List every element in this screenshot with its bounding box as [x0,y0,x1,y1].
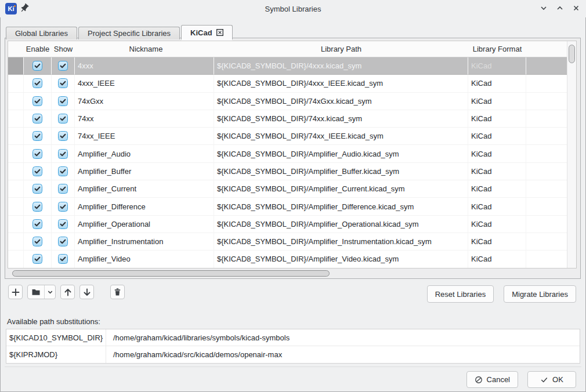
nickname-cell[interactable]: Amplifier_Buffer [75,163,214,180]
library-path-cell[interactable]: ${KICAD8_SYMBOL_DIR}/4xxx_IEEE.kicad_sym [214,75,468,92]
horizontal-scrollbar[interactable] [8,270,577,278]
show-checkbox[interactable] [58,219,68,229]
library-format-cell[interactable]: KiCad [468,57,526,75]
horizontal-scrollbar-thumb[interactable] [12,270,330,277]
table-row[interactable]: Amplifier_Operational ${KICAD8_SYMBOL_DI… [8,216,576,233]
library-path-cell[interactable]: ${KICAD8_SYMBOL_DIR}/74xx_IEEE.kicad_sym [214,128,468,145]
vertical-scrollbar-thumb[interactable] [569,45,575,63]
title-bar[interactable]: Ki Symbol Libraries [0,0,586,17]
show-checkbox[interactable] [58,184,68,194]
table-row[interactable]: Amplifier_Audio ${KICAD8_SYMBOL_DIR}/Amp… [8,145,576,162]
enable-checkbox[interactable] [32,149,42,159]
enable-checkbox[interactable] [32,96,42,106]
tab-kicad[interactable]: KiCad [181,25,233,39]
library-path-cell[interactable]: ${KICAD8_SYMBOL_DIR}/Amplifier_Differenc… [214,198,468,215]
enable-checkbox[interactable] [32,219,42,229]
header-enable[interactable]: Enable [24,41,52,57]
cancel-button[interactable]: Cancel [466,371,518,388]
enable-checkbox[interactable] [32,254,42,264]
show-checkbox[interactable] [58,149,68,159]
show-checkbox[interactable] [58,96,68,106]
nickname-cell[interactable]: 4xxx_IEEE [75,75,214,92]
nickname-cell[interactable]: Amplifier_Video [75,251,214,268]
enable-checkbox[interactable] [32,202,42,212]
tab-project-specific-libraries[interactable]: Project Specific Libraries [78,27,180,39]
table-row[interactable]: Amplifier_Instrumentation ${KICAD8_SYMBO… [8,233,576,251]
library-path-cell[interactable]: ${KICAD8_SYMBOL_DIR}/Amplifier_Operation… [214,216,468,233]
nickname-cell[interactable]: Amplifier_Audio [75,145,214,162]
row-selector[interactable] [8,110,24,128]
minimize-button[interactable] [537,2,550,14]
library-format-cell[interactable]: KiCad [468,93,526,110]
show-checkbox[interactable] [58,61,68,71]
table-row[interactable]: 74xGxx ${KICAD8_SYMBOL_DIR}/74xGxx.kicad… [8,93,576,110]
enable-checkbox[interactable] [32,78,42,88]
library-format-cell[interactable]: KiCad [468,128,526,145]
ok-button[interactable]: OK [527,371,576,388]
enable-checkbox[interactable] [32,184,42,194]
show-checkbox[interactable] [58,78,68,88]
enable-checkbox[interactable] [32,61,42,71]
show-checkbox[interactable] [58,166,68,176]
table-row[interactable]: 4xxx_IEEE ${KICAD8_SYMBOL_DIR}/4xxx_IEEE… [8,75,576,92]
enable-checkbox[interactable] [32,131,42,141]
reset-libraries-button[interactable]: Reset Libraries [427,285,494,303]
library-path-cell[interactable]: ${KICAD8_SYMBOL_DIR}/74xx.kicad_sym [214,110,468,128]
library-path-cell[interactable]: ${KICAD8_SYMBOL_DIR}/Amplifier_Video.kic… [214,251,468,268]
table-row[interactable]: 74xx ${KICAD8_SYMBOL_DIR}/74xx.kicad_sym… [8,110,576,128]
table-row[interactable]: 74xx_IEEE ${KICAD8_SYMBOL_DIR}/74xx_IEEE… [8,128,576,145]
move-down-button[interactable] [79,285,94,299]
vertical-scrollbar[interactable] [567,41,576,268]
table-row[interactable]: Amplifier_Difference ${KICAD8_SYMBOL_DIR… [8,198,576,215]
migrate-libraries-button[interactable]: Migrate Libraries [504,285,576,303]
library-path-cell[interactable]: ${KICAD8_SYMBOL_DIR}/Amplifier_Audio.kic… [214,145,468,162]
show-checkbox[interactable] [58,202,68,212]
nickname-cell[interactable]: 74xx_IEEE [75,128,214,145]
row-selector[interactable] [8,198,24,215]
nickname-cell[interactable]: Amplifier_Instrumentation [75,233,214,251]
show-checkbox[interactable] [58,254,68,264]
header-library-path[interactable]: Library Path [214,41,468,57]
close-button[interactable] [570,2,583,14]
row-selector[interactable] [8,216,24,233]
header-show[interactable]: Show [52,41,75,57]
library-path-cell[interactable]: ${KICAD8_SYMBOL_DIR}/Amplifier_Current.k… [214,180,468,198]
folder-open-icon[interactable] [28,285,44,299]
show-checkbox[interactable] [58,131,68,141]
header-nickname[interactable]: Nickname [75,41,214,57]
library-format-cell[interactable]: KiCad [468,216,526,233]
delete-library-button[interactable] [110,285,125,299]
library-format-cell[interactable]: KiCad [468,198,526,215]
show-checkbox[interactable] [58,114,68,124]
table-row[interactable]: Amplifier_Video ${KICAD8_SYMBOL_DIR}/Amp… [8,251,576,268]
row-selector[interactable] [8,128,24,145]
library-format-cell[interactable]: KiCad [468,251,526,268]
enable-checkbox[interactable] [32,237,42,246]
row-selector[interactable] [8,145,24,162]
library-path-cell[interactable]: ${KICAD8_SYMBOL_DIR}/Amplifier_Instrumen… [214,233,468,251]
tab-close-icon[interactable] [216,29,223,36]
row-selector[interactable] [8,233,24,251]
nickname-cell[interactable]: 74xGxx [75,93,214,110]
library-path-cell[interactable]: ${KICAD8_SYMBOL_DIR}/74xGxx.kicad_sym [214,93,468,110]
library-format-cell[interactable]: KiCad [468,75,526,92]
row-selector[interactable] [8,57,24,75]
maximize-button[interactable] [554,2,566,14]
library-format-cell[interactable]: KiCad [468,163,526,180]
library-format-cell[interactable]: KiCad [468,110,526,128]
nickname-cell[interactable]: 74xx [75,110,214,128]
show-checkbox[interactable] [58,237,68,246]
nickname-cell[interactable]: Amplifier_Operational [75,216,214,233]
nickname-cell[interactable]: 4xxx [75,57,214,75]
library-format-cell[interactable]: KiCad [468,145,526,162]
folder-dropdown-chevron-icon[interactable] [44,285,55,299]
row-selector[interactable] [8,75,24,92]
nickname-cell[interactable]: Amplifier_Current [75,180,214,198]
library-format-cell[interactable]: KiCad [468,233,526,251]
enable-checkbox[interactable] [32,166,42,176]
tab-global-libraries[interactable]: Global Libraries [6,27,77,39]
library-path-cell[interactable]: ${KICAD8_SYMBOL_DIR}/Amplifier_Buffer.ki… [214,163,468,180]
nickname-cell[interactable]: Amplifier_Difference [75,198,214,215]
enable-checkbox[interactable] [32,114,42,124]
table-row[interactable]: Amplifier_Current ${KICAD8_SYMBOL_DIR}/A… [8,180,576,198]
